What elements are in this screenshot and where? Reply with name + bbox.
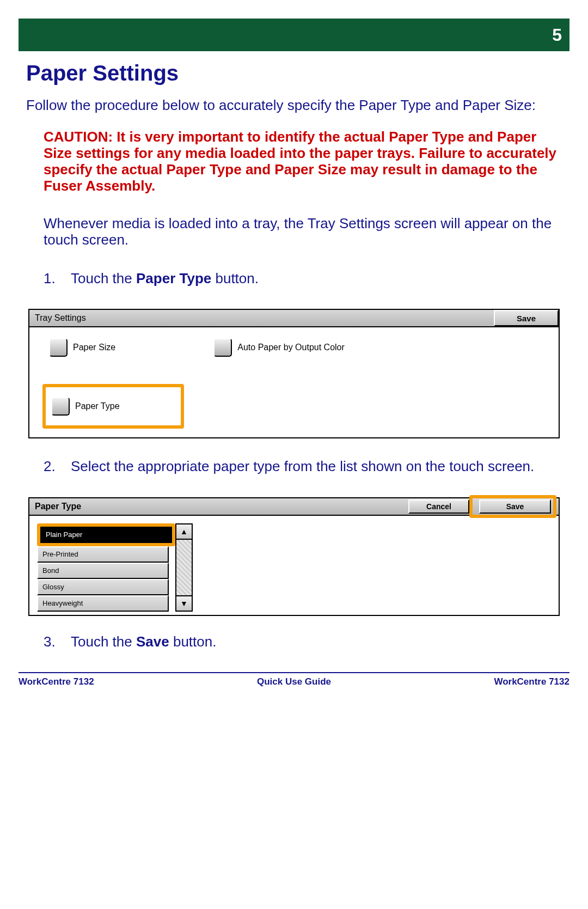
explain-text: Whenever media is loaded into a tray, th…	[44, 216, 569, 248]
step-2-text: Select the appropriate paper type from t…	[71, 458, 569, 475]
footer-rule	[19, 672, 569, 673]
footer-center: Quick Use Guide	[257, 676, 331, 687]
footer-right: WorkCentre 7132	[494, 676, 569, 687]
tray-settings-title: Tray Settings	[35, 313, 86, 323]
page-title: Paper Settings	[19, 61, 569, 86]
step-1: 1. Touch the Paper Type button.	[44, 270, 569, 287]
tray-settings-header: Tray Settings Save	[29, 310, 559, 327]
step-3-pre: Touch the	[71, 633, 136, 650]
plain-paper-highlight: Plain Paper	[37, 523, 175, 546]
paper-size-label: Paper Size	[73, 343, 115, 352]
auto-paper-color-button[interactable]: Auto Paper by Output Color	[213, 338, 345, 357]
list-item-preprinted[interactable]: Pre-Printed	[37, 546, 169, 563]
save-button-2[interactable]: Save	[479, 499, 551, 514]
list-item-bond[interactable]: Bond	[37, 563, 169, 579]
step-2: 2. Select the appropriate paper type fro…	[44, 458, 569, 475]
auto-paper-icon	[213, 338, 232, 357]
paper-type-panel: Paper Type Cancel Save Plain Paper Pre-P…	[28, 497, 560, 616]
paper-size-icon	[49, 338, 68, 357]
paper-type-title: Paper Type	[35, 502, 81, 511]
step-2-number: 2.	[44, 458, 71, 475]
step-3-bold: Save	[136, 633, 169, 650]
step-3-post: button.	[169, 633, 217, 650]
footer: WorkCentre 7132 Quick Use Guide WorkCent…	[19, 676, 569, 690]
paper-type-icon	[51, 397, 70, 416]
step-1-bold: Paper Type	[136, 270, 211, 286]
step-3: 3. Touch the Save button.	[44, 633, 569, 650]
scroll-track[interactable]	[176, 540, 192, 595]
caution-text: CAUTION: It is very important to identif…	[44, 129, 569, 194]
step-1-post: button.	[211, 270, 259, 286]
list-item-glossy[interactable]: Glossy	[37, 579, 169, 595]
save-button[interactable]: Save	[494, 310, 559, 326]
step-1-pre: Touch the	[71, 270, 136, 286]
step-1-number: 1.	[44, 270, 71, 287]
scroll-down-icon[interactable]: ▼	[176, 595, 192, 611]
footer-left: WorkCentre 7132	[19, 676, 94, 687]
step-3-number: 3.	[44, 633, 71, 650]
scrollbar[interactable]: ▲ ▼	[175, 523, 193, 612]
paper-type-header: Paper Type Cancel Save	[29, 498, 559, 516]
list-item-plain-paper[interactable]: Plain Paper	[40, 527, 172, 543]
intro-text: Follow the procedure below to accurately…	[26, 97, 569, 114]
chapter-bar: 5	[19, 19, 569, 51]
paper-type-label[interactable]: Paper Type	[75, 401, 120, 411]
save-highlight: Save	[469, 495, 556, 518]
scroll-up-icon[interactable]: ▲	[176, 524, 192, 540]
paper-type-list: Plain Paper Pre-Printed Bond Glossy Heav…	[37, 523, 175, 612]
paper-size-button[interactable]: Paper Size	[49, 338, 115, 357]
auto-paper-label: Auto Paper by Output Color	[237, 343, 345, 352]
tray-settings-panel: Tray Settings Save Paper Size Auto Paper…	[28, 309, 560, 438]
cancel-button[interactable]: Cancel	[408, 499, 469, 514]
chapter-number: 5	[552, 25, 562, 45]
paper-type-highlight: Paper Type	[42, 384, 184, 429]
list-item-heavyweight[interactable]: Heavyweight	[37, 595, 169, 612]
